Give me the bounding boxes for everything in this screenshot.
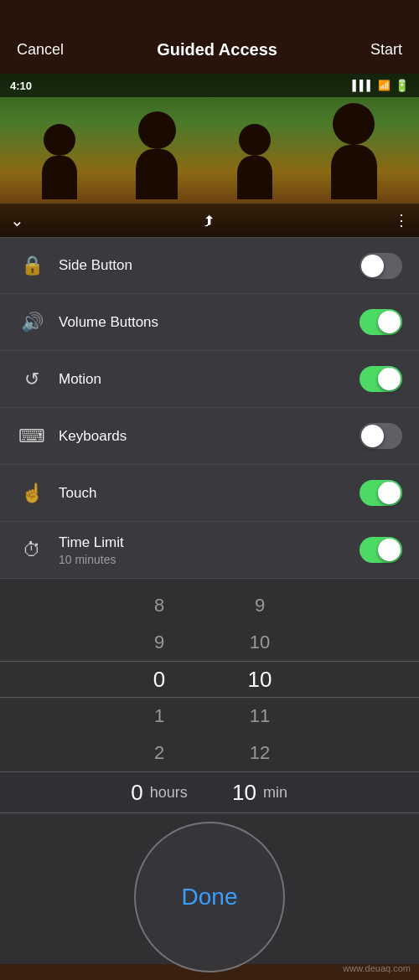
- video-preview: 4:10 ▌▌▌ 📶 🔋 ⌄ ⮭ ⋮: [0, 74, 419, 237]
- done-area: Done: [0, 813, 419, 964]
- setting-row-keyboards: ⌨Keyboards: [0, 408, 419, 465]
- share-icon[interactable]: ⮭: [202, 212, 217, 230]
- done-button[interactable]: Done: [134, 822, 285, 972]
- setting-row-touch: ☝Touch: [0, 465, 419, 522]
- wifi-icon: 📶: [378, 80, 391, 91]
- hours-item-1[interactable]: 1: [154, 698, 164, 735]
- touch-label-wrap: Touch: [59, 485, 360, 502]
- keyboards-toggle[interactable]: [360, 423, 402, 449]
- touch-toggle-knob: [378, 482, 401, 504]
- setting-row-side-button: 🔒Side Button: [0, 237, 419, 294]
- keyboards-label-wrap: Keyboards: [59, 428, 360, 445]
- motion-toggle-knob: [378, 368, 401, 390]
- keyboards-icon: ⌨: [17, 421, 47, 451]
- volume-buttons-label: Volume Buttons: [59, 314, 360, 331]
- volume-buttons-label-wrap: Volume Buttons: [59, 314, 360, 331]
- volume-buttons-icon: 🔊: [17, 307, 47, 338]
- hours-item-9[interactable]: 9: [154, 624, 164, 661]
- setting-row-time-limit: ⏱Time Limit10 minutes: [0, 522, 419, 579]
- watermark: www.deuaq.com: [343, 963, 411, 973]
- keyboards-label: Keyboards: [59, 428, 360, 445]
- battery-icon: 🔋: [395, 79, 409, 92]
- mins-unit-label: min: [263, 784, 287, 802]
- keyboards-toggle-knob: [361, 425, 384, 447]
- hours-item-0-selected[interactable]: 0: [153, 661, 165, 698]
- time-picker-wrapper[interactable]: 7 8 9 0 1 2 3 8 9 10 10 11 12 13: [0, 587, 419, 771]
- side-button-label: Side Button: [59, 257, 360, 274]
- hours-unit-label: hours: [150, 784, 188, 802]
- side-button-toggle[interactable]: [360, 253, 402, 279]
- mins-item-9[interactable]: 9: [255, 587, 265, 624]
- motion-label-wrap: Motion: [59, 371, 360, 388]
- status-time: 4:10: [10, 80, 32, 92]
- time-limit-label-wrap: Time Limit10 minutes: [59, 534, 360, 566]
- volume-buttons-toggle[interactable]: [360, 309, 402, 335]
- hours-item-8[interactable]: 8: [154, 587, 164, 624]
- mins-selected-value: 10: [232, 780, 256, 806]
- touch-icon: ☝: [17, 478, 47, 508]
- mins-item-12[interactable]: 12: [250, 735, 270, 771]
- mins-picker-column[interactable]: 8 9 10 10 11 12 13: [210, 587, 310, 771]
- mins-item-10-selected[interactable]: 10: [248, 661, 272, 698]
- cancel-button[interactable]: Cancel: [17, 41, 64, 59]
- picker-label-row: 0 hours 10 min: [0, 771, 419, 813]
- volume-buttons-toggle-knob: [378, 311, 401, 333]
- mins-item-10-above[interactable]: 10: [250, 624, 270, 661]
- motion-icon: ↺: [17, 364, 47, 395]
- hours-label-col: 0 hours: [109, 780, 210, 806]
- page-title: Guided Access: [157, 40, 277, 59]
- video-controls-bar: ⌄ ⮭ ⋮: [0, 204, 419, 237]
- settings-panel: 🔒Side Button🔊Volume Buttons↺Motion⌨Keybo…: [0, 237, 419, 579]
- touch-label: Touch: [59, 485, 360, 502]
- time-limit-label: Time Limit: [59, 534, 360, 551]
- done-button-label: Done: [182, 884, 238, 910]
- status-bar: 4:10 ▌▌▌ 📶 🔋: [0, 74, 419, 97]
- hours-picker-column[interactable]: 7 8 9 0 1 2 3: [109, 587, 210, 771]
- start-button[interactable]: Start: [370, 41, 402, 59]
- signal-icon: ▌▌▌: [352, 80, 374, 91]
- time-limit-icon: ⏱: [17, 535, 47, 565]
- hours-item-2[interactable]: 2: [154, 735, 164, 771]
- more-options-icon[interactable]: ⋮: [394, 211, 409, 230]
- mins-label-col: 10 min: [210, 780, 310, 806]
- time-limit-toggle-knob: [378, 539, 401, 561]
- mins-item-11[interactable]: 11: [250, 698, 270, 735]
- motion-label: Motion: [59, 371, 360, 388]
- status-icons: ▌▌▌ 📶 🔋: [352, 79, 409, 92]
- side-button-label-wrap: Side Button: [59, 257, 360, 274]
- touch-toggle[interactable]: [360, 480, 402, 506]
- setting-row-volume-buttons: 🔊Volume Buttons: [0, 294, 419, 351]
- chevron-down-icon[interactable]: ⌄: [10, 210, 24, 230]
- time-limit-toggle[interactable]: [360, 537, 402, 563]
- side-button-icon: 🔒: [17, 250, 47, 281]
- hours-selected-value: 0: [131, 780, 142, 806]
- time-limit-sublabel: 10 minutes: [59, 553, 360, 566]
- setting-row-motion: ↺Motion: [0, 351, 419, 408]
- side-button-toggle-knob: [361, 255, 384, 277]
- motion-toggle[interactable]: [360, 366, 402, 392]
- navigation-header: Cancel Guided Access Start: [0, 0, 419, 74]
- time-picker-section[interactable]: 7 8 9 0 1 2 3 8 9 10 10 11 12 13 0 hours…: [0, 579, 419, 813]
